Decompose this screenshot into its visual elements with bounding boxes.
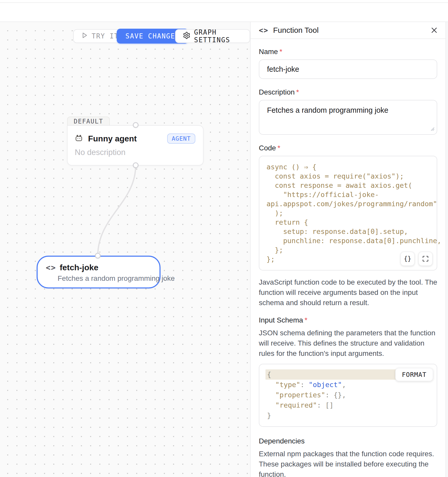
description-field-label: Description* [259, 88, 437, 96]
code-icon: <> [259, 26, 269, 35]
required-marker: * [296, 88, 299, 96]
maximize-icon [422, 255, 429, 262]
format-button[interactable]: FORMAT [395, 368, 433, 381]
function-tool-panel: <> Function Tool Name* Description* Fetc… [250, 22, 448, 477]
save-changes-label: SAVE CHANGES [125, 32, 180, 40]
panel-title: Function Tool [273, 26, 425, 35]
panel-scrollbar[interactable] [445, 22, 448, 477]
resize-grip-icon[interactable] [431, 127, 435, 132]
gear-icon [183, 32, 190, 41]
code-field-label: Code* [259, 144, 437, 152]
group-tab-default[interactable]: DEFAULT [67, 117, 110, 126]
agent-node[interactable]: Funny agent AGENT No description [67, 125, 204, 165]
code-editor[interactable]: async () ⇒ { const axios = require("axio… [259, 156, 437, 271]
required-marker: * [278, 144, 280, 152]
window-top-divider [0, 2, 448, 3]
input-schema-label: Input Schema* [259, 316, 437, 324]
name-input[interactable] [259, 59, 437, 79]
agent-node-output-handle[interactable] [133, 162, 138, 168]
panel-header: <> Function Tool [251, 22, 448, 39]
tool-node-fetch-joke[interactable]: <> fetch-joke Fetches a random programmi… [37, 256, 161, 288]
required-marker: * [305, 316, 307, 324]
name-field-label: Name* [259, 48, 437, 56]
agent-node-title: Funny agent [88, 134, 164, 143]
code-help-text: JavaScript function code to be executed … [259, 277, 437, 308]
agent-node-input-handle[interactable] [133, 122, 138, 128]
input-schema-editor[interactable]: { "type": "object", "properties": {}, "r… [259, 364, 437, 427]
agent-node-description: No description [68, 144, 203, 157]
code-icon: <> [46, 263, 56, 272]
tool-node-description: Fetches a random programming joke [38, 272, 159, 283]
input-schema-help-text: JSON schema defining the parameters that… [259, 328, 437, 359]
graph-settings-button[interactable]: GRAPH SETTINGS [175, 29, 250, 43]
required-marker: * [280, 48, 282, 56]
node-edge [0, 22, 250, 477]
close-icon [430, 26, 438, 34]
format-braces-button[interactable]: {} [400, 252, 415, 266]
top-bar [0, 0, 448, 22]
expand-editor-button[interactable] [418, 252, 433, 266]
play-icon [81, 32, 88, 40]
code-content: async () ⇒ { const axios = require("axio… [266, 162, 430, 264]
graph-canvas[interactable]: TRY IT SAVE CHANGES GRAPH SETTINGS DEFAU… [0, 22, 250, 477]
agent-type-badge: AGENT [167, 133, 195, 144]
description-textarea[interactable]: Fetches a random programming joke [259, 100, 437, 135]
braces-icon: {} [404, 255, 411, 262]
robot-icon [74, 133, 83, 144]
try-it-label: TRY IT [92, 32, 119, 40]
group-tab-label: DEFAULT [74, 118, 103, 125]
graph-settings-label: GRAPH SETTINGS [194, 28, 242, 44]
close-panel-button[interactable] [430, 26, 439, 35]
dependencies-help-text: External npm packages that the function … [259, 449, 437, 477]
tool-node-title: fetch-joke [60, 263, 98, 272]
tool-node-input-handle[interactable] [95, 253, 101, 258]
dependencies-label: Dependencies [259, 437, 437, 445]
